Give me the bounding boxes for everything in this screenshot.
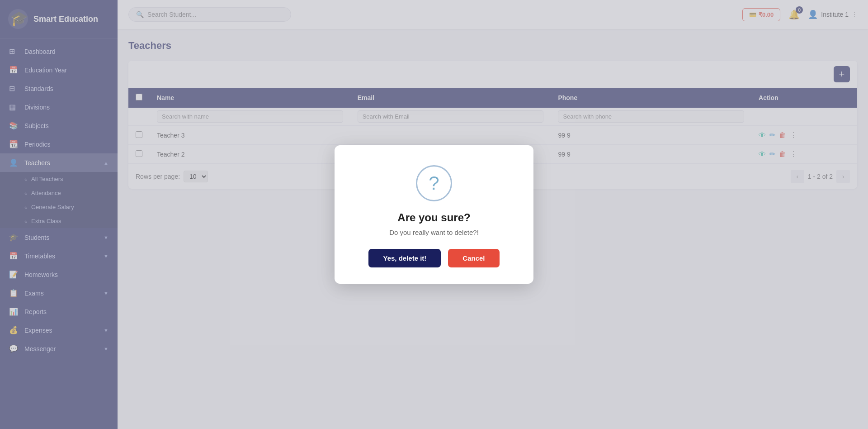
question-icon: ? — [429, 174, 439, 193]
dialog-subtitle: Do you really want to delete?! — [356, 229, 512, 236]
modal-overlay[interactable]: ? Are you sure? Do you really want to de… — [0, 0, 868, 429]
dialog-actions: Yes, delete it! Cancel — [356, 249, 512, 267]
dialog-title: Are you sure? — [356, 211, 512, 224]
confirm-delete-button[interactable]: Yes, delete it! — [368, 249, 441, 267]
confirm-dialog: ? Are you sure? Do you really want to de… — [335, 145, 533, 284]
dialog-icon-wrap: ? — [416, 165, 452, 201]
cancel-delete-button[interactable]: Cancel — [448, 249, 499, 267]
